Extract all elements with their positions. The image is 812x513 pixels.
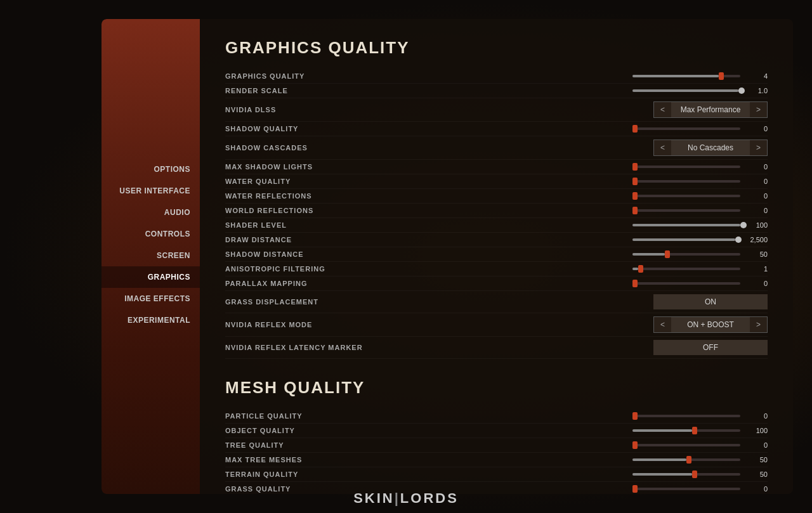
slider-wrapper: 2,500: [428, 236, 768, 244]
sidebar-item-audio[interactable]: Audio: [102, 202, 200, 223]
slider-track[interactable]: [632, 180, 740, 183]
setting-control: 0: [428, 125, 768, 133]
setting-text-value: ON: [653, 294, 768, 309]
setting-label: Nvidia DLSS: [225, 106, 428, 114]
slider-value: 0: [745, 441, 768, 449]
slider-wrapper: 50: [428, 456, 768, 464]
slider-thumb[interactable]: [632, 441, 638, 449]
selector-arrow-left[interactable]: <: [654, 317, 671, 332]
setting-label: Tree Quality: [225, 441, 428, 449]
setting-label: Graphics Quality: [225, 72, 428, 80]
setting-label: Shader Level: [225, 221, 428, 229]
sidebar-item-experimental[interactable]: Experimental: [102, 309, 200, 331]
slider-value: 50: [745, 456, 768, 464]
slider-value: 50: [745, 250, 768, 258]
setting-row: Water Quality0: [225, 174, 768, 189]
selector-value: No Cascades: [671, 140, 750, 155]
slider-thumb[interactable]: [632, 280, 638, 287]
logo: SKIN|LORDS: [353, 490, 459, 507]
sidebar-item-image-effects[interactable]: Image Effects: [102, 288, 200, 309]
setting-label: Draw Distance: [225, 236, 428, 244]
setting-label: Grass Displacement: [225, 298, 428, 306]
slider-track[interactable]: [632, 195, 740, 197]
slider-track[interactable]: [632, 238, 740, 241]
setting-row: Particle Quality0: [225, 409, 768, 424]
slider-track[interactable]: [632, 458, 740, 461]
slider-thumb[interactable]: [632, 163, 638, 171]
selector-arrow-right[interactable]: >: [750, 317, 767, 332]
selector-arrow-right[interactable]: >: [750, 140, 767, 155]
sidebar-item-options[interactable]: Options: [102, 159, 200, 180]
slider-thumb[interactable]: [665, 250, 670, 258]
setting-label: Shadow Quality: [225, 125, 428, 133]
section-title-mesh-quality: Mesh Quality: [225, 378, 768, 398]
slider-thumb[interactable]: [632, 412, 638, 420]
slider-track[interactable]: [632, 444, 740, 446]
slider-track[interactable]: [632, 429, 740, 432]
setting-label: Nvidia Reflex Latency Marker: [225, 344, 428, 351]
slider-track[interactable]: [632, 89, 740, 92]
slider-track[interactable]: [632, 473, 740, 476]
setting-label: Shadow Cascades: [225, 144, 428, 152]
setting-control: 0: [428, 280, 768, 287]
setting-control: 2,500: [428, 236, 768, 244]
slider-thumb[interactable]: [740, 222, 747, 228]
slider-thumb[interactable]: [632, 192, 638, 200]
slider-value: 1: [745, 265, 768, 273]
setting-row: Water Reflections0: [225, 189, 768, 204]
content-area[interactable]: Graphics QualityGraphics Quality4Render …: [200, 19, 793, 494]
setting-label: Water Quality: [225, 178, 428, 185]
slider-track[interactable]: [632, 75, 740, 77]
setting-label: Shadow Distance: [225, 250, 428, 258]
setting-control: 0: [428, 485, 768, 493]
slider-thumb[interactable]: [638, 265, 643, 273]
slider-track[interactable]: [632, 209, 740, 212]
slider-track[interactable]: [632, 127, 740, 130]
slider-track[interactable]: [632, 488, 740, 490]
slider-thumb[interactable]: [692, 471, 697, 478]
slider-thumb[interactable]: [632, 207, 638, 214]
main-container: OptionsUser InterfaceAudioControlsScreen…: [102, 19, 793, 494]
slider-track[interactable]: [632, 166, 740, 168]
slider-thumb[interactable]: [632, 178, 638, 185]
slider-thumb[interactable]: [632, 125, 638, 133]
setting-row: Nvidia DLSS<Max Performance>: [225, 98, 768, 122]
sidebar-item-controls[interactable]: Controls: [102, 223, 200, 245]
slider-value: 0: [745, 163, 768, 171]
slider-value: 4: [745, 72, 768, 80]
slider-wrapper: 50: [428, 471, 768, 478]
setting-label: Parallax Mapping: [225, 280, 428, 287]
slider-track[interactable]: [632, 282, 740, 285]
slider-thumb[interactable]: [719, 72, 724, 80]
setting-control: 0: [428, 412, 768, 420]
sidebar-item-user-interface[interactable]: User Interface: [102, 180, 200, 202]
setting-control: 50: [428, 471, 768, 478]
slider-value: 0: [745, 192, 768, 200]
slider-thumb[interactable]: [738, 88, 745, 94]
setting-row: Shadow Quality0: [225, 122, 768, 136]
slider-track[interactable]: [632, 253, 740, 256]
setting-control: 0: [428, 163, 768, 171]
slider-track[interactable]: [632, 268, 740, 270]
slider-thumb[interactable]: [632, 485, 638, 493]
slider-thumb[interactable]: [692, 427, 697, 434]
slider-track[interactable]: [632, 224, 740, 226]
setting-row: Render Scale1.0: [225, 84, 768, 98]
sidebar-item-graphics[interactable]: Graphics: [102, 266, 200, 288]
sidebar-item-screen[interactable]: Screen: [102, 245, 200, 266]
slider-track[interactable]: [632, 415, 740, 417]
selector-value: ON + BOOST: [671, 317, 750, 332]
selector-arrow-left[interactable]: <: [654, 102, 671, 117]
setting-control: OFF: [428, 340, 768, 355]
slider-value: 100: [745, 427, 768, 434]
slider-thumb[interactable]: [735, 237, 742, 243]
setting-row: Grass Quality0: [225, 482, 768, 494]
setting-row: Anisotropic Filtering1: [225, 262, 768, 276]
selector-arrow-left[interactable]: <: [654, 140, 671, 155]
selector-arrow-right[interactable]: >: [750, 102, 767, 117]
setting-row: Nvidia Reflex Mode<ON + BOOST>: [225, 313, 768, 337]
logo-bar: |: [395, 490, 400, 506]
settings-table-mesh-quality: Particle Quality0Object Quality100Tree Q…: [225, 409, 768, 494]
slider-thumb[interactable]: [686, 456, 691, 464]
slider-wrapper: 0: [428, 192, 768, 200]
